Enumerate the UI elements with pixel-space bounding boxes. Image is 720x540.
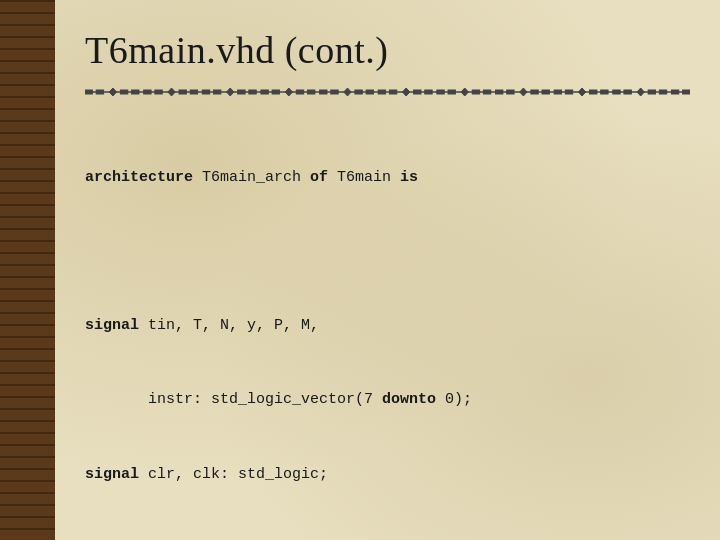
svg-rect-45 bbox=[601, 90, 608, 94]
svg-rect-31 bbox=[437, 90, 444, 94]
code-line-5: signal clr, clk: std_logic; bbox=[85, 463, 690, 488]
svg-rect-37 bbox=[507, 90, 514, 94]
svg-marker-38 bbox=[520, 88, 527, 96]
svg-rect-41 bbox=[554, 90, 561, 94]
keyword-signal-2: signal bbox=[85, 466, 139, 483]
svg-rect-29 bbox=[414, 90, 421, 94]
keyword-of: of bbox=[310, 169, 328, 186]
svg-rect-36 bbox=[495, 90, 502, 94]
svg-marker-28 bbox=[402, 88, 409, 96]
svg-marker-23 bbox=[344, 88, 351, 96]
divider bbox=[85, 86, 690, 98]
code-block: architecture T6main_arch of T6main is si… bbox=[85, 116, 690, 540]
svg-rect-7 bbox=[155, 90, 162, 94]
svg-rect-17 bbox=[272, 90, 279, 94]
page-title: T6main.vhd (cont.) bbox=[85, 28, 690, 72]
svg-rect-16 bbox=[261, 90, 268, 94]
svg-rect-14 bbox=[238, 90, 245, 94]
svg-marker-43 bbox=[578, 88, 585, 96]
code-line-blank bbox=[85, 240, 690, 265]
code-line-1: architecture T6main_arch of T6main is bbox=[85, 166, 690, 191]
svg-rect-49 bbox=[648, 90, 655, 94]
svg-marker-33 bbox=[461, 88, 468, 96]
code-line-3: signal tin, T, N, y, P, M, bbox=[85, 314, 690, 339]
keyword-architecture: architecture bbox=[85, 169, 193, 186]
left-border-decoration bbox=[0, 0, 55, 540]
keyword-downto-1: downto bbox=[382, 391, 436, 408]
svg-rect-6 bbox=[144, 90, 151, 94]
svg-rect-50 bbox=[659, 90, 666, 94]
svg-rect-35 bbox=[483, 90, 490, 94]
svg-rect-4 bbox=[120, 90, 127, 94]
svg-marker-18 bbox=[285, 88, 292, 96]
svg-rect-25 bbox=[366, 90, 373, 94]
svg-rect-27 bbox=[389, 90, 396, 94]
svg-rect-10 bbox=[190, 90, 197, 94]
svg-rect-40 bbox=[542, 90, 549, 94]
svg-rect-12 bbox=[213, 90, 220, 94]
svg-rect-44 bbox=[589, 90, 596, 94]
divider-svg bbox=[85, 86, 690, 98]
svg-rect-20 bbox=[307, 90, 314, 94]
svg-marker-48 bbox=[637, 88, 644, 96]
svg-rect-11 bbox=[202, 90, 209, 94]
svg-rect-1 bbox=[85, 90, 92, 94]
keyword-is: is bbox=[400, 169, 418, 186]
code-line-4: instr: std_logic_vector(7 downto 0); bbox=[85, 388, 690, 413]
slide-content: T6main.vhd (cont.) bbox=[55, 0, 720, 540]
svg-marker-3 bbox=[109, 88, 116, 96]
svg-rect-21 bbox=[320, 90, 327, 94]
svg-rect-39 bbox=[531, 90, 538, 94]
svg-marker-8 bbox=[168, 88, 175, 96]
svg-rect-51 bbox=[671, 90, 678, 94]
svg-rect-32 bbox=[448, 90, 455, 94]
svg-rect-52 bbox=[683, 90, 690, 94]
keyword-signal-1: signal bbox=[85, 317, 139, 334]
svg-rect-42 bbox=[565, 90, 572, 94]
svg-rect-22 bbox=[331, 90, 338, 94]
svg-rect-34 bbox=[472, 90, 479, 94]
svg-rect-2 bbox=[96, 90, 103, 94]
svg-rect-30 bbox=[425, 90, 432, 94]
svg-rect-19 bbox=[296, 90, 303, 94]
svg-rect-15 bbox=[249, 90, 256, 94]
svg-rect-24 bbox=[355, 90, 362, 94]
svg-rect-26 bbox=[378, 90, 385, 94]
svg-rect-47 bbox=[624, 90, 631, 94]
svg-rect-9 bbox=[179, 90, 186, 94]
svg-rect-5 bbox=[132, 90, 139, 94]
svg-rect-46 bbox=[613, 90, 620, 94]
svg-marker-13 bbox=[226, 88, 233, 96]
